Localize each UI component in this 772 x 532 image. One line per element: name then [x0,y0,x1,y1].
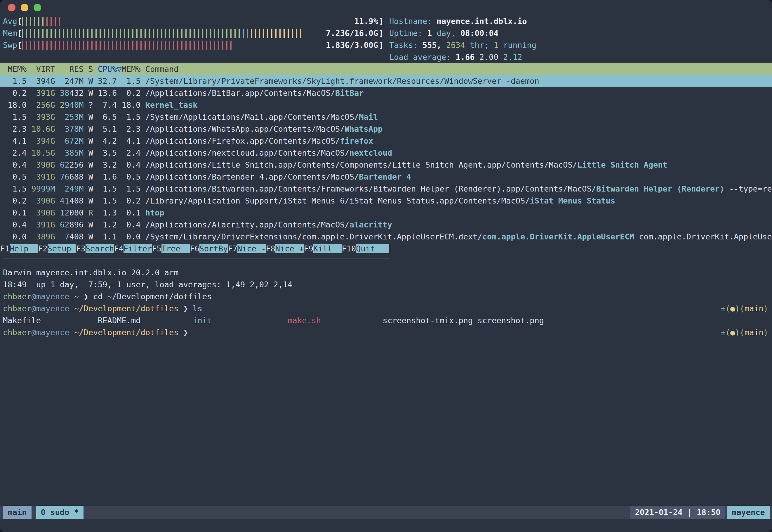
fkey-number: F6 [190,244,199,253]
process-row[interactable]: 4.1 394G 672M W 4.2 4.1 /Applications/Fi… [0,135,772,147]
fkey-f3[interactable]: F3Search [76,244,114,253]
meter-value: 1.83G/3.00G [326,39,378,51]
meter-bracket: ] [379,15,383,27]
fkey-f10[interactable]: F10Quit [342,244,390,253]
process-row[interactable]: 1.5 393G 253M W 6.5 1.5 /System/Applicat… [0,111,772,123]
text-segment: Tasks: [389,41,422,50]
info-line: Tasks: 555, 2634 thr; 1 running [389,39,772,51]
text-segment: 4.1 [3,136,27,145]
fkey-f8[interactable]: F8Nice + [266,244,304,253]
process-row-selected[interactable]: 1.5 394G 247M W 32.7 1.5 /System/Library… [0,75,772,87]
tmux-session-name[interactable]: main [3,506,32,519]
text-segment: kernel_task [145,100,198,109]
text-segment: @ [32,292,36,301]
table-header[interactable]: MEM% VIRT RES S CPU%▽MEM% Command [0,63,772,75]
text-segment: ls [188,304,202,313]
meter-bar [198,29,199,38]
meter-avg: Avg[11.9%] [3,15,383,27]
meter-bar [75,29,76,38]
fkey-f5[interactable]: F5Tree [152,244,190,253]
meter-bar [83,29,84,38]
text-segment: /Applications/BitBar.app/Contents/MacOS/ [145,88,335,98]
text-segment: 1.5 394G 247M W 32.7 1.5 /System/Library… [3,77,539,86]
text-segment: Hostname: [389,17,437,26]
text-segment: init [193,316,288,325]
meter-bar [202,29,203,38]
meter-bar [194,29,195,38]
process-row[interactable]: 0.2 391G 38432 W 13.6 0.2 /Applications/… [0,87,772,99]
meter-bar [42,17,44,26]
process-row[interactable]: 0.5 391G 76688 W 1.6 0.5 /Applications/B… [0,171,772,183]
meter-bar [38,29,39,38]
text-segment: chbaer [3,292,32,301]
text-segment: 7 [65,232,69,241]
zoom-button[interactable] [34,4,41,11]
text-segment: W 3.2 0.4 [84,160,145,169]
text-segment: Bitwarden Helper (Renderer) [596,184,724,193]
meter-bar [34,17,35,26]
meter-bar [222,41,223,50]
text-segment: 080 [69,208,84,217]
meter-bar [104,29,105,38]
text-segment: 394G [27,136,55,145]
fkey-f7[interactable]: F7Nice - [228,244,266,253]
text-segment: 672M [65,136,84,145]
fkey-f4[interactable]: F4Filter [114,244,152,253]
process-row[interactable]: 0.2 390G 41408 W 1.5 0.2 /Library/Applic… [0,195,772,207]
process-row[interactable]: 2.4 10.5G 385M W 3.5 2.4 /Applications/n… [0,147,772,159]
text-segment: make.sh [288,316,382,325]
info-line: Load average: 1.66 2.00 2.12 [389,51,772,63]
process-row[interactable]: 0.0 389G 7408 W 1.1 0.0 /System/Library/… [0,231,772,243]
close-button[interactable] [8,4,15,11]
meter-bar [288,29,289,38]
fkey-f9[interactable]: F9Kill [304,244,342,253]
text-segment: 2.4 [3,148,27,157]
process-row[interactable]: 18.0 256G 2940M ? 7.4 18.0 kernel_task [0,99,772,111]
meter-bar [239,29,240,38]
process-row[interactable]: 1.5 9999M 249M W 1.5 1.5 /Applications/B… [0,183,772,195]
meter-bracket: ] [379,39,383,51]
meter-bar [67,41,68,50]
text-segment: 41 [60,196,69,205]
minimize-button[interactable] [21,4,28,11]
meter-bar [124,29,125,38]
meter-bar [149,41,150,50]
text-segment: mayence.int.dblx.io [437,17,527,26]
text-segment: W 4.2 4.1 [84,136,145,145]
prompt-ls-text: chbaer@mayence ~/Development/dotfiles ❯ … [3,302,202,314]
meter-bar [279,29,281,38]
text-segment [27,184,31,193]
text-segment: ± [721,304,725,313]
meter-bar [169,41,170,50]
text-segment: 62 [60,160,69,169]
text-segment: 391G [27,220,55,229]
text-segment: 940M [65,100,84,109]
text-segment: Darwin mayence.int.dblx.io 20.2.0 arm [3,268,178,277]
text-segment: ● [730,328,735,337]
process-row[interactable]: 0.4 391G 62896 W 1.2 0.4 /Applications/A… [0,219,772,231]
fkey-f6[interactable]: F6SortBy [190,244,228,253]
process-row[interactable]: 0.4 390G 62256 W 3.2 0.4 /Applications/L… [0,159,772,171]
text-segment: /Applications/Firefox.app/Contents/MacOS… [145,136,340,145]
meter-bar [210,41,211,50]
text-segment: com.apple.DriverKit.AppleUserE [634,232,772,241]
meter-bar [104,41,105,50]
text-segment: 08:00:04 [460,29,498,38]
text-segment: 393G [27,112,55,121]
text-segment: 378M [65,124,84,133]
text-segment: 0.2 [3,196,27,205]
titlebar [0,0,772,15]
meter-bar [214,29,215,38]
meter-bar [26,41,27,50]
tmux-window-tab[interactable]: 0 sudo * [36,506,84,519]
fkey-label: Kill [313,244,342,253]
text-segment: W 3.5 2.4 [84,148,145,157]
process-row[interactable]: 2.3 10.6G 378M W 5.1 2.3 /Applications/W… [0,123,772,135]
git-right-prompt: ±(●)(main) [721,302,768,314]
meter-bar [226,41,227,50]
prompt-empty-text: chbaer@mayence ~/Development/dotfiles ❯ [3,326,188,338]
fkey-f2[interactable]: F2Setup [38,244,76,253]
text-segment: chbaer [3,328,32,337]
process-row[interactable]: 0.1 390G 12080 R 1.3 0.1 htop [0,207,772,219]
fkey-f1[interactable]: F1Help [0,244,38,253]
